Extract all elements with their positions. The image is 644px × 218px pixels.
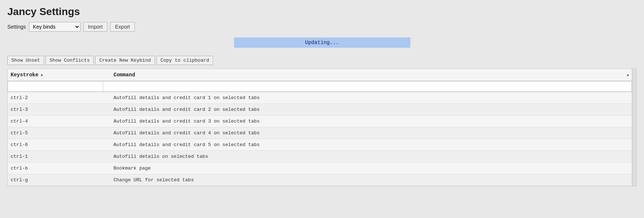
cell-command: Autofill details and credit card 3 on se… (111, 116, 632, 127)
cell-command: Autofill details and credit card 2 on se… (111, 104, 632, 115)
table-row[interactable]: ctrl-6Autofill details and credit card 5… (8, 139, 632, 151)
settings-label: Settings (7, 24, 26, 30)
page-title: Jancy Settings (7, 6, 637, 18)
command-filter-input[interactable] (103, 81, 632, 92)
keystroke-header-label: Keystroke (11, 72, 39, 78)
cell-keystroke: ctrl-b (8, 163, 111, 174)
import-button[interactable]: Import (83, 22, 108, 32)
cell-command: Bookmark page (111, 163, 632, 174)
table-row[interactable]: ctrl-2Autofill details and credit card 1… (8, 92, 632, 104)
table-body: ctrl-2Autofill details and credit card 1… (8, 92, 632, 186)
keybinds-table: Keystroke ▲ Command ▲ ctrl-2Autofill det… (7, 69, 637, 186)
cell-command: Autofill details and credit card 4 on se… (111, 127, 632, 139)
keystroke-filter-input[interactable] (8, 81, 103, 92)
table-row[interactable]: ctrl-5Autofill details and credit card 4… (8, 127, 632, 139)
keystroke-sort-icon[interactable]: ▲ (41, 73, 43, 77)
scrollbar[interactable] (632, 69, 636, 186)
cell-command: Change URL for selected tabs (111, 174, 632, 186)
table-row[interactable]: ctrl-3Autofill details and credit card 2… (8, 104, 632, 116)
cell-keystroke: ctrl-1 (8, 151, 111, 162)
settings-bar: Settings Key bindsGeneralAppearanceAdvan… (7, 22, 637, 32)
column-header-keystroke[interactable]: Keystroke ▲ (8, 70, 111, 79)
cell-keystroke: ctrl-5 (8, 127, 111, 139)
table-header-row: Keystroke ▲ Command ▲ (8, 69, 632, 81)
table-row[interactable]: ctrl-gChange URL for selected tabs (8, 174, 632, 186)
command-header-label: Command (114, 72, 135, 78)
table-row[interactable]: ctrl-bBookmark page (8, 163, 632, 174)
cell-command: Autofill details on selected tabs (111, 151, 632, 162)
cell-keystroke: ctrl-6 (8, 139, 111, 150)
table-row[interactable]: ctrl-1Autofill details on selected tabs (8, 151, 632, 163)
cell-keystroke: ctrl-3 (8, 104, 111, 115)
cell-keystroke: ctrl-2 (8, 92, 111, 103)
copy-to-clipboard-button[interactable]: Copy to clipboard (156, 56, 213, 65)
export-button[interactable]: Export (110, 22, 134, 32)
action-bar: Show Unset Show Conflicts Create New Key… (7, 56, 637, 65)
cell-command: Autofill details and credit card 1 on se… (111, 92, 632, 103)
column-header-command[interactable]: Command ▲ (111, 70, 632, 79)
table-inner: Keystroke ▲ Command ▲ ctrl-2Autofill det… (8, 69, 632, 186)
cell-keystroke: ctrl-4 (8, 116, 111, 127)
cell-command: Autofill details and credit card 5 on se… (111, 139, 632, 150)
settings-select[interactable]: Key bindsGeneralAppearanceAdvanced (29, 22, 80, 32)
create-new-keybind-button[interactable]: Create New Keybind (95, 56, 155, 65)
show-conflicts-button[interactable]: Show Conflicts (46, 56, 94, 65)
filter-row (8, 81, 632, 92)
show-unset-button[interactable]: Show Unset (7, 56, 44, 65)
command-sort-icon[interactable]: ▲ (627, 73, 629, 77)
updating-status: Updating... (234, 37, 410, 48)
table-row[interactable]: ctrl-4Autofill details and credit card 3… (8, 116, 632, 127)
cell-keystroke: ctrl-g (8, 174, 111, 186)
